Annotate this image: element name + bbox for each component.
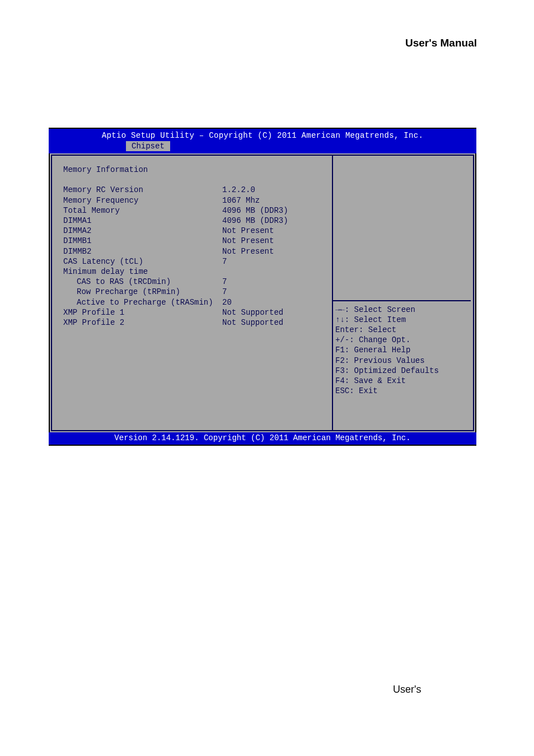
info-row: Minimum delay time xyxy=(63,267,326,277)
tab-chipset[interactable]: Chipset xyxy=(126,141,170,151)
info-row: DIMMA14096 MB (DDR3) xyxy=(63,216,326,226)
help-line: ESC: Exit xyxy=(335,386,473,396)
info-row: Memory Frequency1067 Mhz xyxy=(63,195,326,206)
info-row: Row Precharge (tRPmin)7 xyxy=(63,287,326,297)
help-line: F1: General Help xyxy=(335,345,473,355)
info-row: Memory RC Version1.2.2.0 xyxy=(63,185,326,195)
help-line: F3: Optimized Defaults xyxy=(335,366,473,376)
help-line: +/-: Change Opt. xyxy=(335,335,473,345)
help-line: →←: Select Screen xyxy=(335,305,473,315)
help-line: ↑↓: Select Item xyxy=(335,315,473,325)
bios-footer: Version 2.14.1219. Copyright (C) 2011 Am… xyxy=(49,432,476,445)
page-footer: User's xyxy=(393,684,421,696)
info-row: CAS Latency (tCL)7 xyxy=(63,256,326,267)
info-row: Active to Precharge (tRASmin)20 xyxy=(63,297,326,307)
bios-right-panel: →←: Select Screen ↑↓: Select Item Enter:… xyxy=(332,155,474,431)
help-line: F4: Save & Exit xyxy=(335,376,473,386)
bios-screenshot: Aptio Setup Utility – Copyright (C) 2011… xyxy=(49,128,476,446)
info-row: DIMMB1Not Present xyxy=(63,236,326,246)
section-title: Memory Information xyxy=(63,165,222,175)
info-row: CAS to RAS (tRCDmin)7 xyxy=(63,277,326,287)
bios-help: →←: Select Screen ↑↓: Select Item Enter:… xyxy=(333,301,473,430)
info-row: Total Memory4096 MB (DDR3) xyxy=(63,206,326,216)
help-line: Enter: Select xyxy=(335,325,473,335)
info-row: XMP Profile 2Not Supported xyxy=(63,318,326,328)
bios-left-panel: Memory Information Memory RC Version1.2.… xyxy=(51,155,332,431)
bios-body: Memory Information Memory RC Version1.2.… xyxy=(49,153,476,432)
info-row: DIMMA2Not Present xyxy=(63,226,326,236)
info-row: DIMMB2Not Present xyxy=(63,246,326,256)
page-header: User's Manual xyxy=(405,37,477,49)
info-row: XMP Profile 1Not Supported xyxy=(63,307,326,318)
help-line: F2: Previous Values xyxy=(335,356,473,366)
bios-tab-row: Chipset xyxy=(49,141,476,153)
bios-title: Aptio Setup Utility – Copyright (C) 2011… xyxy=(49,129,476,141)
